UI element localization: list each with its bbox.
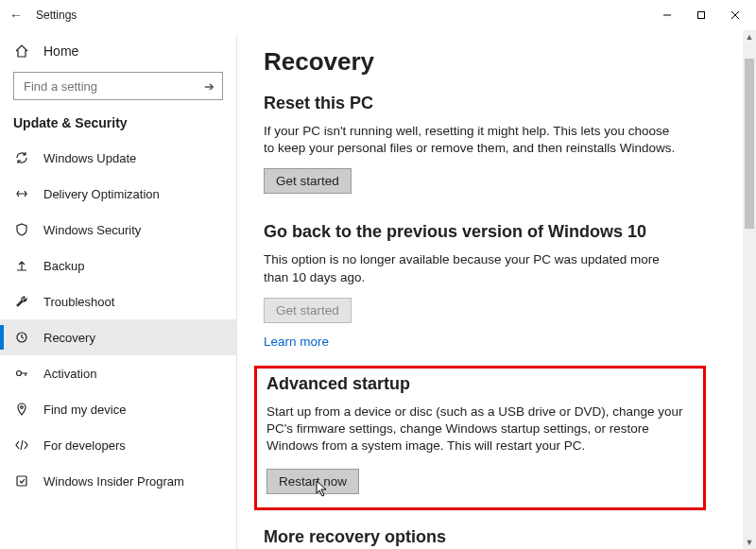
sidebar-item-windows-security[interactable]: Windows Security bbox=[0, 212, 236, 248]
developers-icon bbox=[13, 437, 30, 453]
sidebar-item-label: Troubleshoot bbox=[43, 295, 114, 309]
app-title: Settings bbox=[36, 9, 77, 22]
sidebar-item-delivery-optimization[interactable]: Delivery Optimization bbox=[0, 176, 236, 212]
titlebar: ← Settings bbox=[0, 0, 756, 30]
more-recovery-heading: More recovery options bbox=[264, 527, 730, 547]
search-icon: ➔ bbox=[204, 79, 215, 94]
sidebar-item-label: Activation bbox=[43, 367, 96, 381]
svg-point-5 bbox=[17, 371, 22, 376]
svg-rect-7 bbox=[17, 476, 26, 486]
insider-icon bbox=[13, 473, 30, 489]
sidebar: Home ➔ Update & Security Windows Update … bbox=[0, 30, 236, 549]
sidebar-item-label: Find my device bbox=[43, 403, 126, 417]
sidebar-item-label: Recovery bbox=[43, 331, 95, 345]
sidebar-home-label: Home bbox=[43, 43, 78, 59]
sidebar-item-label: Windows Insider Program bbox=[43, 474, 184, 489]
advanced-body: Start up from a device or disc (such as … bbox=[266, 403, 694, 455]
sync-icon bbox=[13, 150, 30, 165]
close-button[interactable] bbox=[718, 3, 752, 27]
scrollbar-thumb[interactable] bbox=[745, 59, 754, 229]
recovery-icon bbox=[13, 330, 30, 345]
sidebar-item-label: Windows Update bbox=[43, 151, 136, 165]
sidebar-item-windows-insider[interactable]: Windows Insider Program bbox=[0, 463, 236, 499]
sidebar-home[interactable]: Home bbox=[0, 36, 236, 66]
search-input[interactable] bbox=[22, 78, 204, 94]
reset-body: If your PC isn't running well, resetting… bbox=[264, 123, 679, 157]
location-icon bbox=[13, 402, 30, 417]
sidebar-item-label: Windows Security bbox=[43, 223, 141, 237]
page-title: Recovery bbox=[264, 47, 730, 77]
scrollbar-down-arrow[interactable]: ▼ bbox=[743, 536, 756, 549]
sidebar-item-label: Backup bbox=[43, 259, 84, 273]
svg-rect-1 bbox=[698, 12, 705, 19]
svg-point-6 bbox=[21, 406, 24, 409]
minimize-button[interactable] bbox=[650, 3, 684, 27]
sidebar-item-backup[interactable]: Backup bbox=[0, 248, 236, 283]
wrench-icon bbox=[13, 294, 30, 309]
sidebar-item-label: For developers bbox=[43, 438, 126, 453]
goback-get-started-button: Get started bbox=[264, 298, 352, 323]
learn-more-link[interactable]: Learn more bbox=[264, 335, 329, 349]
scrollbar[interactable]: ▲ ▼ bbox=[743, 30, 756, 549]
sidebar-item-recovery[interactable]: Recovery bbox=[0, 319, 236, 355]
goback-heading: Go back to the previous version of Windo… bbox=[264, 222, 730, 242]
delivery-icon bbox=[13, 186, 30, 201]
reset-get-started-button[interactable]: Get started bbox=[264, 168, 352, 194]
sidebar-section-title: Update & Security bbox=[0, 110, 236, 140]
goback-body: This option is no longer available becau… bbox=[264, 251, 679, 285]
restart-now-button[interactable]: Restart now bbox=[266, 469, 359, 494]
sidebar-item-find-my-device[interactable]: Find my device bbox=[0, 391, 236, 427]
sidebar-nav-list: Windows Update Delivery Optimization Win… bbox=[0, 140, 236, 499]
back-icon[interactable]: ← bbox=[9, 8, 23, 23]
maximize-button[interactable] bbox=[684, 3, 718, 27]
content-pane: ▲ ▼ Recovery Reset this PC If your PC is… bbox=[236, 30, 756, 549]
advanced-startup-highlight: Advanced startup Start up from a device … bbox=[254, 366, 706, 510]
sidebar-item-troubleshoot[interactable]: Troubleshoot bbox=[0, 283, 236, 319]
sidebar-item-label: Delivery Optimization bbox=[43, 187, 160, 201]
sidebar-item-for-developers[interactable]: For developers bbox=[0, 427, 236, 463]
reset-heading: Reset this PC bbox=[264, 94, 730, 113]
backup-icon bbox=[13, 258, 30, 273]
shield-icon bbox=[13, 222, 30, 237]
sidebar-item-windows-update[interactable]: Windows Update bbox=[0, 140, 236, 176]
advanced-heading: Advanced startup bbox=[266, 374, 694, 394]
sidebar-item-activation[interactable]: Activation bbox=[0, 355, 236, 391]
scrollbar-up-arrow[interactable]: ▲ bbox=[743, 30, 756, 43]
key-icon bbox=[13, 366, 30, 381]
search-box[interactable]: ➔ bbox=[13, 72, 223, 100]
home-icon bbox=[13, 43, 30, 59]
